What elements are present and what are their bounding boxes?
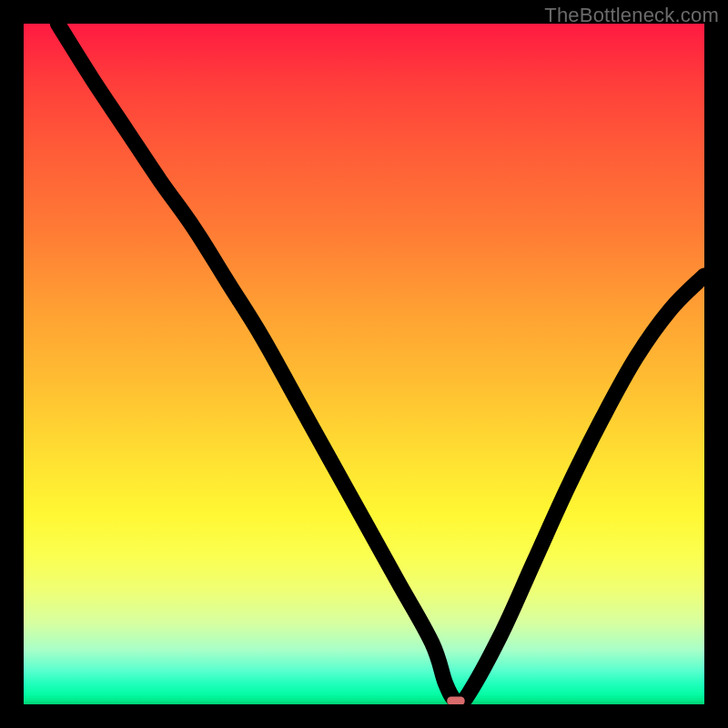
optimum-marker xyxy=(447,696,464,704)
chart-svg xyxy=(24,24,704,704)
bottleneck-curve xyxy=(57,24,704,704)
chart-plot-area xyxy=(24,24,704,704)
watermark-text: TheBottleneck.com xyxy=(544,4,719,27)
